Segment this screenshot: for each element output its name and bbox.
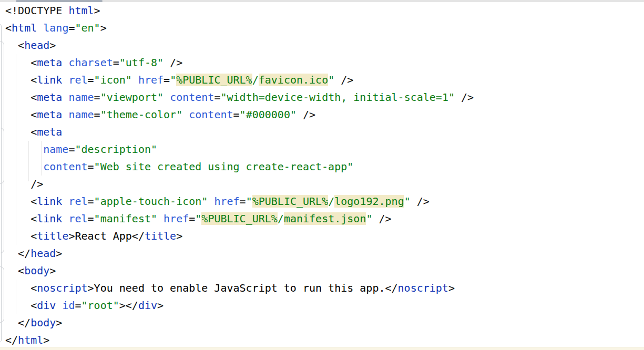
code-token: < [5, 108, 37, 121]
code-token: = [88, 212, 94, 225]
code-line-11[interactable]: /> [0, 176, 644, 193]
bottom-panel-edge [0, 347, 644, 350]
code-line-10[interactable]: content="Web site created using create-r… [0, 158, 644, 176]
code-line-5[interactable]: <link rel="icon" href="%PUBLIC_URL%/favi… [0, 71, 644, 89]
template-placeholder-highlight: manifest.json [284, 212, 366, 225]
code-token: content [43, 160, 87, 173]
code-token [132, 74, 138, 86]
template-placeholder-highlight: logo192.png [334, 195, 404, 208]
code-token: " [195, 212, 201, 225]
code-token: "apple-touch-icon" [94, 195, 208, 208]
code-line-8[interactable]: <meta [0, 123, 644, 141]
code-token: head [24, 39, 49, 52]
code-token: rel [68, 195, 87, 208]
code-token: = [68, 143, 75, 156]
code-token: / [252, 74, 259, 86]
code-token: > [157, 299, 163, 312]
code-token: head [30, 247, 56, 260]
code-token [182, 108, 189, 121]
indent-guide [16, 54, 16, 245]
code-token: React App [75, 230, 131, 242]
code-token [62, 74, 68, 86]
code-token: /> [297, 108, 315, 121]
code-token: /> [411, 195, 430, 208]
code-token [62, 195, 68, 208]
code-token: title [145, 230, 176, 242]
code-line-15[interactable]: </head> [0, 245, 644, 262]
code-token: div [37, 299, 56, 312]
code-token [157, 212, 163, 225]
code-token: meta [37, 126, 62, 138]
code-token: > [94, 4, 100, 17]
code-token: "utf-8" [119, 56, 163, 69]
code-token: > [49, 264, 56, 277]
code-token: = [233, 108, 240, 121]
template-placeholder-highlight: %PUBLIC_URL% [201, 212, 278, 225]
code-token: name [68, 91, 94, 104]
code-token: You need to enable JavaScript to run thi… [94, 282, 385, 294]
code-token: charset [68, 56, 113, 69]
code-token: content [189, 108, 233, 121]
code-editor[interactable]: <!DOCTYPE html><html lang="en"> <head> <… [0, 2, 644, 349]
code-token: html [68, 4, 94, 17]
code-line-7[interactable]: <meta name="theme-color" content="#00000… [0, 106, 644, 123]
code-token: > [88, 282, 94, 294]
code-token: / [328, 195, 334, 208]
code-token [37, 22, 43, 34]
indent-guide [41, 141, 42, 176]
code-line-17[interactable]: <noscript>You need to enable JavaScript … [0, 280, 644, 297]
code-token: "manifest" [94, 212, 157, 225]
code-token [5, 143, 43, 156]
code-token: < [5, 195, 37, 208]
code-line-14[interactable]: <title>React App</title> [0, 228, 644, 245]
code-token [62, 108, 68, 121]
code-token: </ [5, 247, 30, 260]
code-line-1[interactable]: <!DOCTYPE html> [0, 2, 644, 19]
fold-region-marker-body[interactable] [0, 266, 4, 323]
code-token: > [56, 316, 62, 329]
code-token [62, 212, 68, 225]
code-token: "viewport" [100, 91, 163, 104]
code-token: href [163, 212, 189, 225]
code-token: /> [334, 74, 353, 86]
code-token: noscript [398, 282, 448, 294]
code-line-18[interactable]: <div id="root"></div> [0, 297, 644, 314]
code-token: name [68, 108, 94, 121]
fold-region-marker-meta[interactable] [0, 128, 4, 184]
code-token: < [5, 126, 37, 138]
code-line-3[interactable]: <head> [0, 37, 644, 54]
code-token [208, 195, 214, 208]
code-line-19[interactable]: </body> [0, 314, 644, 332]
code-token: link [37, 212, 62, 225]
code-token: lang [43, 22, 68, 34]
code-token: > [49, 39, 56, 52]
code-token [56, 299, 62, 312]
horizontal-scrollbar-thumb[interactable] [16, 0, 103, 2]
code-token [62, 91, 68, 104]
code-line-9[interactable]: name="description" [0, 141, 644, 158]
code-token: body [24, 264, 49, 277]
code-line-6[interactable]: <meta name="viewport" content="width=dev… [0, 89, 644, 106]
code-token: rel [68, 212, 87, 225]
horizontal-scrollbar[interactable] [0, 0, 644, 2]
code-token: < [5, 74, 37, 86]
code-token: html [12, 22, 37, 34]
code-token: ></ [119, 299, 138, 312]
code-token [62, 56, 68, 69]
code-token: "width=device-width, initial-scale=1" [220, 91, 455, 104]
code-line-13[interactable]: <link rel="manifest" href="%PUBLIC_URL%/… [0, 210, 644, 228]
code-line-12[interactable]: <link rel="apple-touch-icon" href="%PUBL… [0, 193, 644, 210]
code-line-2[interactable]: <html lang="en"> [0, 19, 644, 37]
code-token: /> [5, 178, 43, 190]
code-token: "icon" [94, 74, 132, 86]
code-token: < [5, 282, 37, 294]
code-line-16[interactable]: <body> [0, 262, 644, 280]
code-token: noscript [37, 282, 87, 294]
code-token: = [214, 91, 220, 104]
code-token: = [163, 74, 170, 86]
code-token: body [30, 316, 56, 329]
code-token: /> [163, 56, 182, 69]
code-token: = [94, 108, 100, 121]
code-line-4[interactable]: <meta charset="utf-8" /> [0, 54, 644, 71]
code-token: /> [455, 91, 474, 104]
